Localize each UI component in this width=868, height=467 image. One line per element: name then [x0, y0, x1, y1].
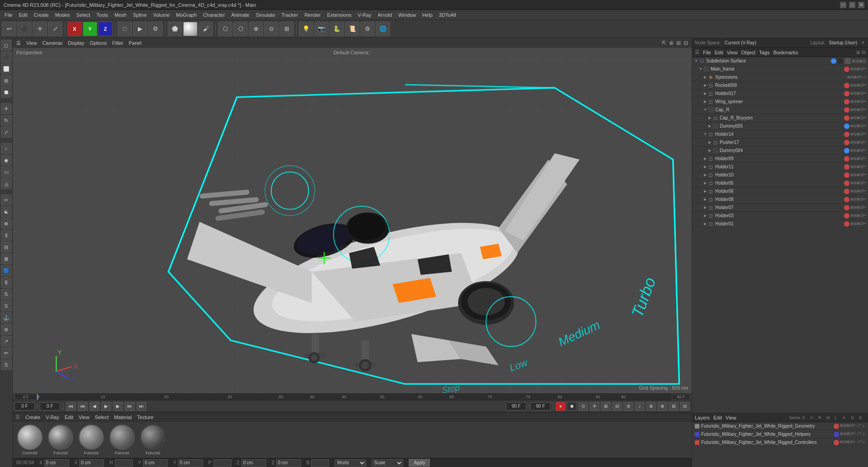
- material-vray-menu[interactable]: V-Ray: [46, 415, 59, 420]
- layout-value[interactable]: Startup (User): [829, 40, 857, 45]
- obj-file-tab[interactable]: File: [703, 50, 711, 55]
- obj-dot-rocket009[interactable]: [844, 83, 849, 88]
- toolbar-poly[interactable]: ⬡: [218, 22, 232, 36]
- transport-play[interactable]: ▶: [101, 402, 111, 411]
- toolbar-light[interactable]: 💡: [299, 22, 313, 36]
- material-ball-3[interactable]: [79, 424, 104, 450]
- menu-create[interactable]: Create: [31, 11, 52, 19]
- menu-3dtoall[interactable]: 3DToAll: [436, 11, 459, 19]
- toolbar-move[interactable]: ✛: [33, 22, 47, 36]
- obj-dot-holder14[interactable]: [844, 132, 849, 137]
- viewport-menu-icon[interactable]: ☰: [16, 40, 21, 46]
- menu-file[interactable]: File: [2, 11, 15, 19]
- transport-prev-key[interactable]: ⏮: [78, 402, 88, 411]
- transport-step-back[interactable]: ◀: [90, 402, 99, 411]
- obj-tri-holder11[interactable]: ▶: [703, 165, 708, 169]
- toolbar-grid[interactable]: ⊞: [279, 22, 294, 36]
- transport-go-end[interactable]: ⏭: [137, 402, 146, 411]
- viewport-panel-menu[interactable]: Panel: [129, 40, 142, 46]
- obj-edit-tab[interactable]: Edit: [715, 50, 723, 55]
- obj-row-dummy005[interactable]: ▶ ⬛ Dummy005 ⊞⊟⊠⊡⊢: [692, 122, 868, 130]
- close-button[interactable]: ✕: [858, 2, 864, 8]
- tool-uvw[interactable]: 🔲: [1, 87, 12, 98]
- obj-extra-rocket009[interactable]: ⊞⊟⊠⊡⊢: [850, 83, 866, 87]
- viewport-display-menu[interactable]: Display: [68, 40, 84, 46]
- p-input[interactable]: [213, 459, 231, 467]
- obj-tri-holder01[interactable]: ▶: [703, 222, 708, 226]
- toolbar-scale[interactable]: ⤢: [48, 22, 62, 36]
- transport-extra2[interactable]: ⊗: [657, 402, 667, 411]
- obj-dot-holder08[interactable]: [844, 197, 849, 202]
- obj-sq2-subdiv[interactable]: [844, 58, 851, 64]
- obj-row-holder11[interactable]: ▶ ◻ Holder11 ⊞⊟⊠⊡⊢: [692, 163, 868, 171]
- layers-tab[interactable]: Layers: [695, 415, 710, 420]
- transport-extra4[interactable]: ⊟: [680, 402, 690, 411]
- obj-extra-holder14[interactable]: ⊞⊟⊠⊡⊢: [850, 132, 866, 136]
- transport-extra3[interactable]: ⊞: [669, 402, 679, 411]
- obj-dot-mainframe[interactable]: [844, 67, 849, 72]
- obj-tri-holder14[interactable]: ▼: [703, 132, 708, 137]
- tool-edges[interactable]: ⬜: [1, 63, 12, 74]
- obj-row-cap-r[interactable]: ▼ ⬛ Cap_R ⊞⊟⊠⊡⊢: [692, 106, 868, 114]
- material-edit-menu[interactable]: Edit: [65, 415, 73, 420]
- layer-row-helpers[interactable]: Futuristic_Military_Fighter_Jet_White_Ri…: [692, 430, 868, 438]
- material-material-menu[interactable]: Material: [114, 415, 132, 420]
- size-y-input[interactable]: [178, 459, 203, 467]
- current-frame-field[interactable]: [14, 402, 35, 410]
- layer-icons-geometry[interactable]: ⊞⊟⊠⊡⊢⊣⊤⊥: [840, 424, 865, 429]
- obj-tri-dummy005[interactable]: ▶: [708, 124, 712, 129]
- viewport-icon3[interactable]: ⊞: [676, 40, 681, 46]
- transport-pingpong[interactable]: ⊟: [612, 402, 622, 411]
- obj-icon1[interactable]: ⊞: [856, 50, 860, 55]
- x-input[interactable]: [44, 459, 69, 467]
- menu-simulate[interactable]: Simulate: [253, 11, 278, 19]
- obj-row-holder03[interactable]: ▶ ◻ Holder03 ⊞⊟⊠⊡⊢: [692, 212, 868, 220]
- z-input[interactable]: [241, 459, 266, 467]
- obj-row-holder10[interactable]: ▶ ◻ Holder10 ⊞⊟⊠⊡⊢: [692, 171, 868, 179]
- obj-view-tab[interactable]: View: [727, 50, 738, 55]
- maximize-button[interactable]: □: [849, 2, 855, 8]
- toolbar-sculpt[interactable]: ⊕: [249, 22, 263, 36]
- menu-spline[interactable]: Spline: [130, 11, 150, 19]
- b-input[interactable]: [311, 459, 329, 467]
- obj-tri-dummy004[interactable]: ▶: [708, 148, 712, 153]
- toolbar-globe[interactable]: 🌐: [376, 22, 390, 36]
- obj-tri-cap-r[interactable]: ▼: [703, 108, 708, 112]
- transport-step-fwd[interactable]: ▶: [113, 402, 123, 411]
- tool-poly2[interactable]: ◬: [1, 178, 12, 189]
- layer-dot1-controllers[interactable]: [834, 440, 839, 445]
- menu-select[interactable]: Select: [74, 11, 93, 19]
- viewport-view-menu[interactable]: View: [26, 40, 37, 46]
- obj-row-holder07[interactable]: ▶ ◻ Holder07 ⊞⊟⊠⊡⊢: [692, 204, 868, 212]
- menu-mesh[interactable]: Mesh: [112, 11, 129, 19]
- menu-character[interactable]: Character: [200, 11, 227, 19]
- layer-row-controllers[interactable]: Futuristic_Military_Fighter_Jet_White_Ri…: [692, 438, 868, 447]
- obj-extra-cap-r-boyyom[interactable]: ⊞⊟⊠⊡⊢: [850, 116, 866, 120]
- apply-button[interactable]: Apply: [409, 459, 430, 467]
- tool-scale2[interactable]: ⤢: [1, 127, 12, 138]
- end-frame-field[interactable]: [530, 402, 551, 410]
- viewport-filter-menu[interactable]: Filter: [112, 40, 123, 46]
- obj-icon2[interactable]: ⊟: [862, 50, 865, 55]
- obj-tri-cap-r-boyyom[interactable]: ▶: [708, 116, 712, 120]
- timeline-track[interactable]: 0 10 20 30 3D 40 45 50 60 65 70 75 80 85…: [37, 394, 672, 400]
- obj-dot-holder03[interactable]: [844, 213, 849, 219]
- tool-magnet[interactable]: ☯: [1, 206, 12, 217]
- transport-record[interactable]: ●: [556, 402, 566, 411]
- obj-tri-wing-spinner[interactable]: ▶: [703, 100, 708, 104]
- obj-row-xpressions[interactable]: ▶ ⊕ Xpressions ⊞⊟⊠⊡⊢⊣: [692, 73, 868, 81]
- obj-sq1-subdiv[interactable]: [837, 58, 844, 64]
- obj-row-holder14[interactable]: ▼ ◻ Holder14 ⊞⊟⊠⊡⊢: [692, 130, 868, 138]
- obj-dot-cap-r[interactable]: [844, 107, 849, 113]
- tool-dollar[interactable]: $: [1, 277, 12, 288]
- tool-pen[interactable]: ✏: [1, 348, 12, 358]
- toolbar-x-axis[interactable]: X: [67, 22, 82, 36]
- material-item-4[interactable]: Futuristi: [108, 424, 136, 455]
- obj-tri-pusher17[interactable]: ▶: [708, 140, 712, 145]
- layer-row-geometry[interactable]: Futuristic_Military_Fighter_Jet_White_Ri…: [692, 422, 868, 430]
- layer-icons-controllers[interactable]: ⊞⊟⊠⊡⊢⊣⊤⊥: [840, 440, 865, 445]
- obj-dot-dummy004[interactable]: [844, 148, 849, 153]
- min-frame-field[interactable]: [40, 402, 60, 410]
- menu-render[interactable]: Render: [302, 11, 323, 19]
- size-z-input[interactable]: [276, 459, 301, 467]
